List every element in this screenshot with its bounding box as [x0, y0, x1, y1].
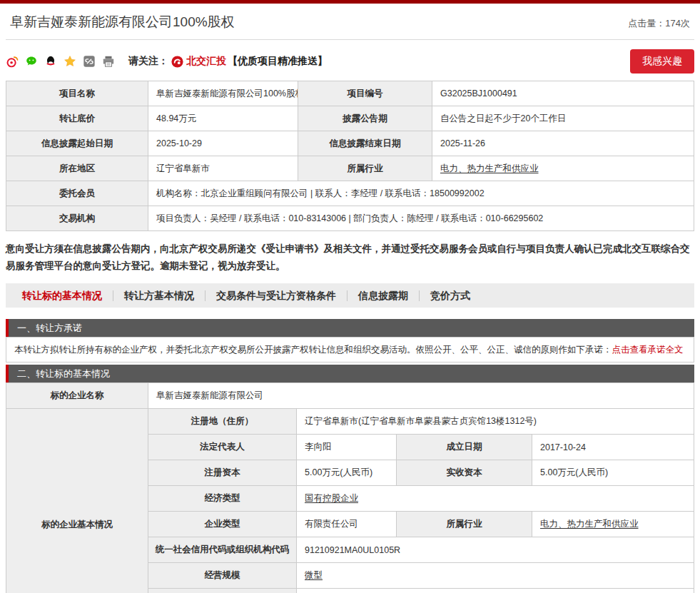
field-label: 信息披露起始日期 — [6, 131, 148, 156]
field-value: 国有控股企业 — [297, 486, 694, 512]
table-row: 所在地区 辽宁省阜新市 所属行业 电力、热力生产和供应业 — [6, 156, 694, 181]
field-value: 2025-11-26 — [432, 131, 694, 156]
field-value: 2025-10-29 — [148, 131, 298, 156]
section-header-transferor-commitment: 一、转让方承诺 — [6, 319, 694, 337]
field-label: 交易机构 — [6, 206, 148, 231]
field-label: 实收资本 — [397, 460, 532, 486]
tab-target-basic-info[interactable]: 转让标的基本情况 — [11, 290, 113, 301]
field-value: 电力、热力生产和供应业 — [432, 156, 694, 181]
table-row: 标的企业名称 阜新吉娅泰新能源有限公司 — [6, 383, 694, 409]
wechat-icon[interactable] — [25, 55, 38, 68]
tab-disclosure-period[interactable]: 信息披露期 — [347, 290, 419, 301]
field-label: 注册地（住所） — [148, 409, 297, 435]
field-value: 机构名称：北京企业重组顾问有限公司 | 联系人：李经理 / 联系电话：18500… — [148, 181, 694, 206]
field-value: 辽宁省阜新市 — [148, 156, 298, 181]
field-value: 5.00万元(人民币) — [297, 460, 397, 486]
table-row: 标的企业基本情况 注册地（住所） 辽宁省阜新市(辽宁省阜新市阜蒙县蒙古贞宾馆13… — [6, 409, 694, 435]
field-value: G32025BJ1000491 — [432, 81, 694, 106]
field-value: 新能源发电工程设计服务；风力发电；光伏发电；生物质发电；光伏项目开发及运维；新能… — [297, 589, 694, 593]
field-label: 项目编号 — [298, 81, 432, 106]
field-label: 披露公告期 — [298, 106, 432, 131]
field-label: 统一社会信用代码或组织机构代码 — [148, 537, 297, 563]
field-value: 2017-10-24 — [532, 435, 694, 460]
field-value: 辽宁省阜新市(辽宁省阜新市阜蒙县蒙古贞宾馆13楼1312号) — [297, 409, 694, 435]
detail-tab-bar: 转让标的基本情况 转让方基本情况 交易条件与受让方资格条件 信息披露期 竞价方式 — [6, 283, 694, 308]
interested-button[interactable]: 我感兴趣 — [630, 49, 694, 74]
field-label: 项目名称 — [6, 81, 148, 106]
field-label: 所在地区 — [6, 156, 148, 181]
section-header-target-basic-info: 二、转让标的基本情况 — [6, 365, 694, 382]
registration-notice: 意向受让方须在信息披露公告期内，向北京产权交易所递交《受让申请书》及相关文件，并… — [6, 240, 694, 274]
business-scale-link[interactable]: 微型 — [305, 570, 323, 580]
page-header: 阜新吉娅泰新能源有限公司100%股权 点击量：174次 — [6, 6, 694, 40]
view-count: 点击量：174次 — [628, 17, 690, 31]
favorite-icon[interactable] — [64, 55, 76, 68]
industry-link[interactable]: 电力、热力生产和供应业 — [440, 163, 539, 173]
industry-link[interactable]: 电力、热力生产和供应业 — [540, 519, 639, 529]
field-label: 所属行业 — [397, 512, 532, 537]
follow-label: 请关注： — [128, 55, 168, 68]
economic-type-link[interactable]: 国有控股企业 — [305, 493, 358, 503]
view-count-label: 点击量： — [628, 18, 665, 29]
tab-bidding-method[interactable]: 竞价方式 — [419, 290, 481, 301]
field-value: 48.94万元 — [148, 106, 298, 131]
field-value: 阜新吉娅泰新能源有限公司100%股权 — [148, 81, 298, 106]
field-value: 李向阳 — [297, 435, 397, 460]
commitment-text: 本转让方拟转让所持有标的企业产权，并委托北京产权交易所公开披露产权转让信息和组织… — [6, 337, 694, 363]
field-label: 法定代表人 — [148, 435, 297, 460]
weibo-icon[interactable] — [6, 55, 19, 68]
table-row: 项目名称 阜新吉娅泰新能源有限公司100%股权 项目编号 G32025BJ100… — [6, 81, 694, 106]
social-share-row: 请关注： 北交汇投 【优质项目精准推送】 我感兴趣 — [6, 49, 694, 74]
field-label: 信息披露结束日期 — [298, 131, 432, 156]
field-label: 注册资本 — [148, 460, 297, 486]
field-value: 项目负责人：吴经理 / 联系电话：010-83143006 | 部门负责人：陈经… — [148, 206, 694, 231]
table-row: 信息披露起始日期 2025-10-29 信息披露结束日期 2025-11-26 — [6, 131, 694, 156]
field-value: 阜新吉娅泰新能源有限公司 — [148, 383, 694, 409]
field-label: 委托会员 — [6, 181, 148, 206]
field-label: 企业类型 — [148, 512, 297, 537]
field-label: 成立日期 — [397, 435, 532, 460]
table-row: 转让底价 48.94万元 披露公告期 自公告之日起不少于20个工作日 — [6, 106, 694, 131]
table-row: 委托会员 机构名称：北京企业重组顾问有限公司 | 联系人：李经理 / 联系电话：… — [6, 181, 694, 206]
brand-logo-icon — [171, 56, 183, 68]
view-count-value: 174次 — [665, 18, 690, 29]
brand-link[interactable]: 北交汇投 — [171, 55, 226, 68]
target-company-table: 标的企业名称 阜新吉娅泰新能源有限公司 标的企业基本情况 注册地（住所） 辽宁省… — [6, 382, 694, 593]
field-value: 微型 — [297, 563, 694, 589]
field-label: 经营规模 — [148, 563, 297, 589]
field-value: 电力、热力生产和供应业 — [532, 512, 694, 537]
commitment-body: 本转让方拟转让所持有标的企业产权，并委托北京产权交易所公开披露产权转让信息和组织… — [14, 345, 612, 355]
view-full-commitment-link[interactable]: 点击查看承诺全文 — [612, 345, 684, 355]
brand-name[interactable]: 北交汇投 — [186, 55, 226, 68]
brand-suffix: 【优质项目精准推送】 — [228, 55, 328, 68]
field-value: 有限责任公司 — [297, 512, 397, 537]
field-value: 91210921MA0UL0105R — [297, 537, 694, 563]
group-label: 标的企业基本情况 — [6, 409, 148, 593]
print-icon[interactable] — [102, 55, 115, 68]
field-label: 标的企业名称 — [6, 383, 148, 409]
field-value: 自公告之日起不少于20个工作日 — [432, 106, 694, 131]
field-label: 所属行业 — [298, 156, 432, 181]
tab-transferor-basic-info[interactable]: 转让方基本情况 — [113, 290, 205, 301]
qq-icon[interactable] — [44, 55, 57, 68]
tab-transaction-conditions[interactable]: 交易条件与受让方资格条件 — [205, 290, 347, 301]
field-label: 经济类型 — [148, 486, 297, 512]
field-label: 转让底价 — [6, 106, 148, 131]
field-label: 经营范围 — [148, 589, 297, 593]
page-title: 阜新吉娅泰新能源有限公司100%股权 — [10, 13, 235, 31]
field-value: 5.00万元(人民币) — [532, 460, 694, 486]
table-row: 交易机构 项目负责人：吴经理 / 联系电话：010-83143006 | 部门负… — [6, 206, 694, 231]
link-icon[interactable] — [83, 55, 96, 68]
project-info-table: 项目名称 阜新吉娅泰新能源有限公司100%股权 项目编号 G32025BJ100… — [6, 81, 694, 231]
